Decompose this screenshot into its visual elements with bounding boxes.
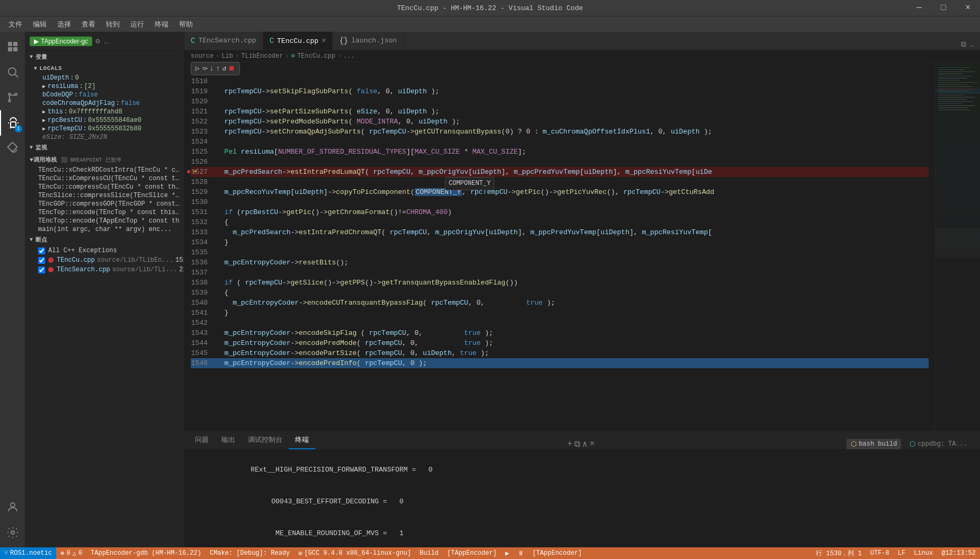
- debug-stepout-icon[interactable]: ↑: [216, 64, 220, 74]
- stack-7[interactable]: main(int argc, char ** argv) enc...: [25, 225, 184, 234]
- breadcrumb-TLibEncoder[interactable]: TLibEncoder: [241, 52, 283, 60]
- status-lang[interactable]: Linux: [910, 549, 937, 557]
- activity-source-control[interactable]: [0, 85, 25, 110]
- bp-TEncSearch[interactable]: TEncSearch.cpp source/Lib/TLi... 2212: [25, 265, 184, 274]
- debug-stepinto-icon[interactable]: ↓: [210, 64, 214, 74]
- var-this[interactable]: ▶ this : 0x7fffffffahd8: [32, 108, 184, 116]
- breakpoints-header[interactable]: ▼ 断点: [25, 234, 184, 246]
- panel-collapse-icon[interactable]: ∧: [582, 439, 587, 449]
- menu-edit[interactable]: 编辑: [29, 19, 51, 30]
- warning-icon: △: [73, 549, 76, 557]
- stack-1[interactable]: TEncCu::xCompressCU(TEncCu * const this,: [25, 174, 184, 183]
- panel-add-terminal-icon[interactable]: +: [567, 439, 573, 449]
- bp-TEncCu-checkbox[interactable]: [38, 257, 45, 264]
- tab-TEncSearch[interactable]: C TEncSearch.cpp: [184, 32, 263, 50]
- panel-close-icon[interactable]: ×: [590, 439, 595, 449]
- status-git[interactable]: ⑂ ROS1.noetic: [0, 547, 56, 559]
- tab-launch[interactable]: {} launch.json: [333, 32, 404, 50]
- activity-debug[interactable]: 1: [0, 110, 25, 136]
- debug-config-name: TAppEncoder-gc: [41, 38, 88, 45]
- debug-settings-icon[interactable]: ⚙: [94, 36, 101, 47]
- bp-TEncCu-path: source/Lib/TLibEn...: [97, 256, 173, 264]
- debug-stepover-icon[interactable]: ⤼: [202, 64, 208, 74]
- status-eol[interactable]: LF: [894, 549, 910, 557]
- activity-explorer[interactable]: [0, 34, 25, 59]
- menu-terminal[interactable]: 终端: [150, 19, 173, 30]
- variables-header[interactable]: ▼ 变量: [25, 51, 184, 63]
- breadcrumb-source[interactable]: source: [191, 52, 213, 60]
- menu-select[interactable]: 选择: [53, 19, 75, 30]
- code-line-1522: 1522 rpcTempCU->setPredModeSubParts( MOD…: [191, 117, 929, 127]
- terminal-tab-cppdbg[interactable]: ⬡ cppdbg: TA...: [905, 439, 972, 449]
- status-cmake[interactable]: CMake: [Debug]: Ready: [206, 547, 294, 559]
- debug-stop-icon[interactable]: ⏹: [228, 64, 235, 74]
- status-errors[interactable]: ⊗ 0 △ 0: [56, 547, 86, 559]
- activity-settings[interactable]: [0, 520, 25, 545]
- stack-6[interactable]: TEncTop::encode(TAppEncTop * const th: [25, 217, 184, 225]
- var-rpcBestCU[interactable]: ▶ rpcBestCU : 0x555555846ae0: [32, 116, 184, 125]
- terminal-line-1: RExt__HIGH_PRECISION_FORWARD_TRANSFORM =…: [193, 454, 972, 486]
- panel-tab-debug[interactable]: 调试控制台: [242, 431, 289, 449]
- stack-2[interactable]: TEncCu::compressCu(TEncCu * const this,: [25, 183, 184, 191]
- status-run-btn[interactable]: ▶: [501, 547, 513, 559]
- status-position[interactable]: 行 1530，列 1: [812, 549, 866, 558]
- activity-account[interactable]: [0, 494, 25, 520]
- menu-view[interactable]: 查看: [77, 19, 100, 30]
- call-stack-header[interactable]: ▼ 调用堆栈 ⬛ breakpoint 已暂停: [25, 154, 184, 166]
- minimize-button[interactable]: ─: [907, 0, 931, 16]
- activity-extensions[interactable]: [0, 136, 25, 161]
- locals-header[interactable]: ▼ Locals: [32, 63, 184, 74]
- status-target2[interactable]: [TAppEncoder]: [528, 547, 586, 559]
- bp-cpp-checkbox[interactable]: [38, 247, 45, 254]
- menu-help[interactable]: 帮助: [175, 19, 197, 30]
- bp-all-cpp[interactable]: All C++ Exceptions: [25, 246, 184, 255]
- status-gcc[interactable]: ⚙ [GCC 9.4.0 x86_64-linux-gnu]: [294, 547, 415, 559]
- status-time[interactable]: @12:13:52: [937, 549, 980, 557]
- svg-point-11: [11, 531, 14, 534]
- breadcrumb-file-icon: ⊙: [291, 52, 295, 60]
- breadcrumb-TEncCu[interactable]: TEncCu.cpp: [297, 52, 335, 60]
- var-codeChromaQpAdjFlag[interactable]: codeChromaQpAdjFlag : false: [32, 99, 184, 108]
- tab-split-icon[interactable]: ⧉: [960, 39, 967, 50]
- var-eSize[interactable]: eSize: SIZE_2Nx2N: [32, 133, 184, 141]
- menu-run[interactable]: 运行: [126, 19, 148, 30]
- close-button[interactable]: ×: [956, 0, 980, 16]
- var-resiLuma[interactable]: ▶ resiLuma : [2]: [32, 82, 184, 91]
- var-uiDepth[interactable]: uiDepth : 0: [32, 74, 184, 82]
- code-content[interactable]: ▷ ⤼ ↓ ↑ ↺ ⏹ 1518 1519 rpcTempCU->setSkip…: [184, 62, 935, 431]
- tab-close-TEncCu[interactable]: ×: [322, 37, 326, 45]
- status-build[interactable]: Build: [415, 547, 443, 559]
- debug-continue-icon[interactable]: ▷: [195, 64, 200, 74]
- bp-TEncCu[interactable]: TEncCu.cpp source/Lib/TLibEn... 1527: [25, 255, 184, 265]
- status-debug-btn[interactable]: ⏸: [513, 547, 528, 559]
- panel-tab-problems[interactable]: 问题: [189, 431, 215, 449]
- breadcrumb-lib[interactable]: Lib: [221, 52, 233, 60]
- debug-restart-icon[interactable]: ↺: [222, 64, 226, 74]
- debug-run-button[interactable]: ▶ TAppEncoder-gc: [30, 37, 92, 46]
- var-bCodeDQP[interactable]: bCodeDQP : false: [32, 91, 184, 99]
- bp-TEncSearch-checkbox[interactable]: [38, 267, 45, 273]
- panel-split-icon[interactable]: ⧉: [574, 439, 580, 449]
- stack-4[interactable]: TEncGOP::compressGOP(TEncGOP * const thi: [25, 200, 184, 208]
- panel-content[interactable]: RExt__HIGH_PRECISION_FORWARD_TRANSFORM =…: [184, 450, 980, 547]
- maximize-button[interactable]: □: [931, 0, 956, 16]
- panel-tab-output[interactable]: 输出: [215, 431, 242, 449]
- status-encoding[interactable]: UTF-8: [866, 549, 894, 557]
- stack-5[interactable]: TEncTop::encode(TEncTop * const this, Bc: [25, 208, 184, 217]
- debug-more-icon[interactable]: …: [103, 36, 110, 47]
- status-target[interactable]: [TAppEncoder]: [443, 547, 501, 559]
- tab-TEncCu[interactable]: C TEncCu.cpp ×: [263, 32, 333, 50]
- stack-0[interactable]: TEncCu::xCheckRDCostIntra(TEncCu * cons …: [25, 166, 184, 174]
- terminal-line-2: O0043_BEST_EFFORT_DECODING = 0: [193, 486, 972, 518]
- menu-file[interactable]: 文件: [4, 19, 26, 30]
- watch-header[interactable]: ▼ 监视: [25, 141, 184, 154]
- var-rpcTempCU[interactable]: ▶ rpcTempCU : 0x555555832b80: [32, 125, 184, 133]
- tab-more-icon[interactable]: …: [969, 39, 976, 50]
- status-debug-session[interactable]: TAppEncoder-gdb (HM-HM-16.22): [86, 547, 206, 559]
- activity-search[interactable]: [0, 59, 25, 85]
- breadcrumb-dots[interactable]: ...: [343, 52, 355, 60]
- menu-goto[interactable]: 转到: [102, 19, 124, 30]
- panel-tab-terminal[interactable]: 终端: [289, 431, 315, 449]
- stack-3[interactable]: TEncSlice::compressSlice(TEncSlice * co: [25, 191, 184, 200]
- terminal-tab-bash[interactable]: ⬡ bash build: [847, 439, 901, 449]
